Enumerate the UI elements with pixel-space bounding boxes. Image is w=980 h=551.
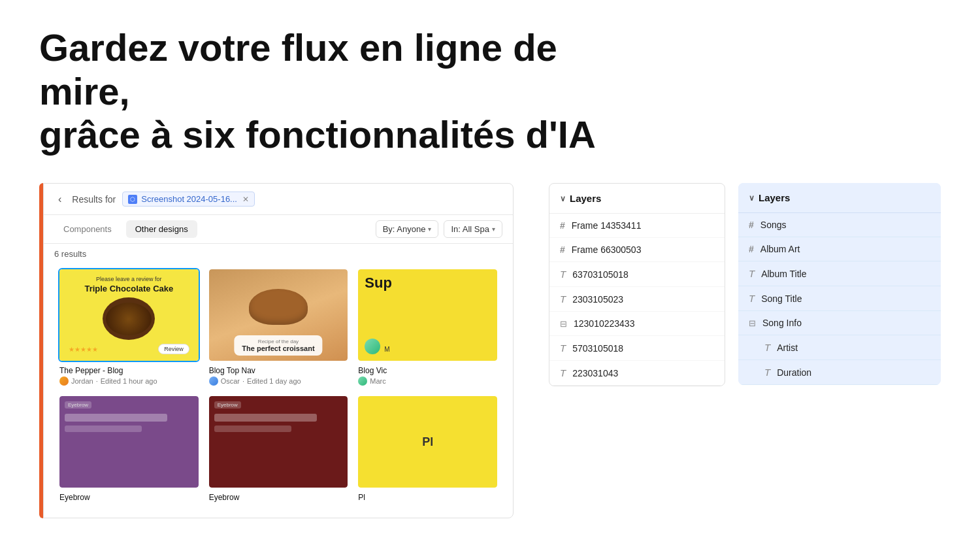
layer-item[interactable]: TArtist [738,335,941,360]
card-info-4: Eyebrow [58,489,200,503]
layer-label: Song Info [762,318,802,328]
layer-label: 2303105023 [572,294,623,305]
figma-wrapper: ‹ Results for ⬡ Screenshot 2024-05-16...… [39,183,514,518]
text-icon: T [560,342,566,354]
text-icon: T [560,269,566,280]
review-button[interactable]: Review [158,344,189,354]
text-icon: T [560,367,566,378]
chip-close-icon[interactable]: ✕ [242,195,249,204]
layer-item[interactable]: TAlbum Title [738,261,941,286]
layer-label: Artist [777,342,798,353]
text-icon: T [764,342,770,353]
figma-panel: ‹ Results for ⬡ Screenshot 2024-05-16...… [43,183,514,518]
frame-icon: # [749,244,754,254]
figma-grid: Please leave a review for Triple Chocola… [44,264,513,518]
layers-list-blue: #Songs#Album ArtTAlbum TitleTSong Title⊟… [738,213,941,385]
layers-list-middle: #Frame 14353411#Frame 66300503T637031050… [549,214,725,386]
layer-label: Frame 14353411 [572,220,642,231]
card-meta-3: Marc [358,376,497,386]
card-name-6: Pl [358,493,497,502]
figma-card-6[interactable]: Pl Pl [353,391,502,507]
text-icon: T [560,293,566,305]
filter-by-anyone[interactable]: By: Anyone ▾ [376,220,439,238]
figma-card-5[interactable]: Eyebrow Eyebrow [204,391,353,507]
layers-title-blue: Layers [759,192,790,203]
layer-item[interactable]: T63703105018 [549,262,725,287]
avatar-oscar [209,376,218,386]
card-meta-1: Jordan · Edited 1 hour ago [59,376,199,386]
figma-card-3[interactable]: Sup M Blog Vic Marc [353,264,502,391]
figma-toolbar: ‹ Results for ⬡ Screenshot 2024-05-16...… [44,184,513,215]
card-thumb-5[interactable]: Eyebrow [208,395,350,489]
croissant-shape [249,289,308,325]
card-thumb-4[interactable]: Eyebrow [58,395,200,489]
results-count: 6 results [44,244,513,264]
card-name-5: Eyebrow [209,493,348,502]
headline-line2: grâce à six fonctionnalités d'IA [39,113,627,157]
search-chip[interactable]: ⬡ Screenshot 2024-05-16... ✕ [122,192,255,207]
layer-item[interactable]: T2303105023 [549,287,725,312]
layer-label: Frame 66300503 [572,244,642,255]
search-chip-icon: ⬡ [128,195,137,204]
figma-tabs: Components Other designs By: Anyone ▾ In… [44,215,513,244]
figma-card-1[interactable]: Please leave a review for Triple Chocola… [54,264,204,391]
results-label: Results for [72,194,116,205]
layer-item[interactable]: #Frame 14353411 [549,214,725,238]
avatar-marc [358,376,367,386]
card-info-1: The Pepper - Blog Jordan · Edited 1 hour… [58,362,200,387]
layers-panel-middle: ∨ Layers #Frame 14353411#Frame 66300503T… [549,183,725,386]
card-thumb-2[interactable]: Recipe of the day The perfect croissant [208,268,350,362]
layer-label: Song Title [761,293,802,304]
figma-card-2[interactable]: Recipe of the day The perfect croissant … [204,264,353,391]
layer-item[interactable]: ⊟Song Info [738,311,941,335]
layer-item[interactable]: #Album Art [738,237,941,261]
page-container: Gardez votre flux en ligne de mire, grâc… [0,0,980,538]
layer-item[interactable]: ⊟123010223433 [549,312,725,336]
layer-label: Album Title [761,269,806,279]
card-name-1: The Pepper - Blog [59,366,199,375]
layer-item[interactable]: T5703105018 [549,336,725,361]
component-icon: ⊟ [560,319,567,329]
chevron-icon: ∨ [560,194,566,203]
text-icon: T [749,268,755,279]
card-info-6: Pl [357,489,498,503]
layers-header-middle: ∨ Layers [549,184,725,214]
card-name-4: Eyebrow [59,493,199,502]
layer-item[interactable]: T223031043 [549,361,725,386]
layer-label: Album Art [760,244,800,254]
card-image-5: Eyebrow [209,396,348,488]
star-rating: ★★★★★ [69,346,98,353]
layer-label: 63703105018 [572,269,629,280]
layer-item[interactable]: TSong Title [738,286,941,311]
croissant-label: Recipe of the day The perfect croissant [234,335,322,356]
chevron-icon-blue: ∨ [749,193,755,203]
filter-in-space[interactable]: In: All Spa ▾ [444,220,502,238]
layer-label: 5703105018 [572,343,623,354]
layers-panel-blue: ∨ Layers #Songs#Album ArtTAlbum TitleTSo… [738,183,941,385]
tab-components[interactable]: Components [54,220,121,238]
filter-group: By: Anyone ▾ In: All Spa ▾ [376,220,502,238]
tab-other-designs[interactable]: Other designs [126,220,197,238]
card-info-2: Blog Top Nav Oscar · Edited 1 day ago [208,362,350,387]
card-name-3: Blog Vic [358,366,497,375]
card-image-6: Pl [358,396,497,488]
card-thumb-1[interactable]: Please leave a review for Triple Chocola… [58,268,200,362]
text-icon: T [749,293,755,304]
avatar-jordan [59,376,69,386]
layer-label: 223031043 [572,368,618,378]
layer-item[interactable]: #Frame 66300503 [549,238,725,262]
layer-item[interactable]: TDuration [738,360,941,385]
card-thumb-3[interactable]: Sup M [357,268,498,362]
back-button[interactable]: ‹ [54,192,65,207]
layer-label: Duration [777,367,811,378]
layer-label: Songs [760,220,787,230]
card-image-3: Sup M [358,269,497,361]
layers-title-middle: Layers [570,193,601,204]
card-thumb-6[interactable]: Pl [357,395,498,489]
layer-item[interactable]: #Songs [738,213,941,237]
main-content: ‹ Results for ⬡ Screenshot 2024-05-16...… [39,183,941,518]
figma-card-4[interactable]: Eyebrow Eyebrow [54,391,204,507]
card-image-4: Eyebrow [59,396,199,488]
component-icon: ⊟ [749,318,756,328]
headline: Gardez votre flux en ligne de mire, grâc… [39,26,627,157]
